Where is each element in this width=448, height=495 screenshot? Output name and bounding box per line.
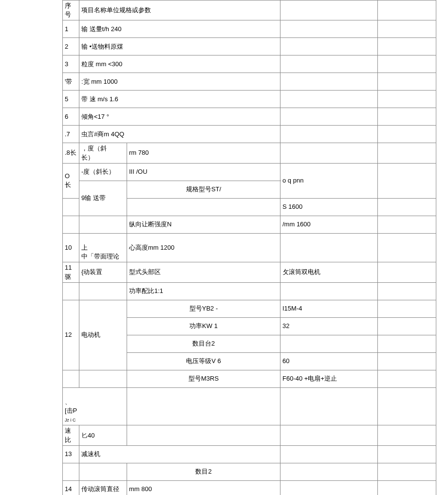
cell-a-txt: 输 送带 [85,194,106,202]
cell-c4: 攵滚筒双电机 [280,262,378,282]
cell-blank [127,198,280,216]
cell-blank [79,463,127,480]
cell-blank [280,335,378,352]
cell-n: 5 [63,91,79,108]
header-row: 序号 项目名称单位规格或参数 [63,0,436,20]
cell-n: 6 [63,108,79,126]
cell-a: 9输 送带 [79,181,127,216]
cell-n: 13 [63,445,79,463]
table-row: '带 :宽 mm 1000 [63,73,436,91]
cell-txt: 输 •送物料原煤 [79,38,280,55]
cell-b: ，度（斜 长） [79,143,127,163]
cell-c4: I15M-4 [280,300,378,317]
cell-blank [127,387,280,425]
cell-c3a: 规格型号ST/ [127,181,280,198]
table-row: 纵向让断强度N /mm 1600 [63,216,436,233]
cell-c: rm 780 [127,143,280,163]
table-row: 3 粒度 mm <300 [63,55,436,73]
cell-a: 上 中「带面理论 [79,233,127,262]
cell-blank [79,370,127,387]
cell-c3: 型号M3RS [127,370,280,387]
cell-blank [378,317,436,335]
cell-blank [378,108,436,126]
cell-blank [280,233,378,262]
cell-blank [63,216,79,233]
cell-c4: S 1600 [280,198,378,216]
cell-blank [63,198,79,216]
table-row: O 长 -度（斜长） III /OU o q pnn [63,163,436,181]
cell-blank [63,370,79,387]
cell-a: 传动滚筒直径 [79,480,127,495]
cell-blank [378,91,436,108]
cell-a-txt: 上 中 [81,244,88,260]
cell-c3: 数目台2 [127,335,280,352]
cell-blank [280,463,378,480]
cell-blank [378,126,436,143]
cell-blank [378,55,436,73]
cell-n: 、 [击P Jz i C [63,387,127,425]
table-row: 2 输 •送物料原煤 [63,38,436,55]
cell-blank [378,216,436,233]
hdr-name: 项目名称单位规格或参数 [79,0,280,20]
cell-b: {动装置 [79,262,127,282]
cell-blank [378,262,436,282]
cell-blank [378,282,436,300]
cell-blank [79,216,127,233]
cell-blank [378,425,436,445]
table-row: 1 输 送量t/h 240 [63,20,436,38]
cell-blank [378,143,436,163]
table-row: 速 比 匕40 [63,425,436,445]
cell-a: 电动机 [79,300,127,370]
cell-blank [280,143,378,163]
cell-blank [378,445,436,463]
cell-b-txt: 「带面理论 [88,253,119,260]
cell-n: O 长 [63,163,79,198]
cell-txt: 粒度 mm <300 [79,55,280,73]
cell-blank [378,480,436,495]
cell-b: 匕40 [79,425,127,445]
cell-c3: 功率KW 1 [127,317,280,335]
cell-blank [378,38,436,55]
cell-n-txt: 、 [击P [65,398,77,414]
cell-n: .8长 [63,143,79,163]
cell-txt: :宽 mm 1000 [79,73,280,91]
table-row: 11 驱 {动装置 型式头部区 攵滚筒双电机 [63,262,436,282]
cell-c4: 60 [280,352,378,370]
cell-n: '带 [63,73,79,91]
hdr-blank1 [280,0,378,20]
spec-table-container: 序号 项目名称单位规格或参数 1 输 送量t/h 240 2 输 •送物料原煤 … [62,0,436,495]
cell-blank [280,387,378,425]
cell-c3: 数目2 [127,463,280,480]
cell-c3: 型式头部区 [127,262,280,282]
cell-c: 心高度mm 1200 [127,233,280,262]
table-row: 10 上 中「带面理论 心高度mm 1200 [63,233,436,262]
cell-c4: /mm 1600 [280,216,378,233]
cell-blank [378,335,436,352]
cell-a: 长 [70,149,76,156]
cell-blank [378,370,436,387]
cell-n: 12 [63,300,79,370]
cell-blank [378,73,436,91]
cell-blank [280,38,378,55]
cell-blank [79,282,127,300]
table-row: .8长 ，度（斜 长） rm 780 [63,143,436,163]
cell-n: 1 [63,20,79,38]
cell-blank [127,425,280,445]
table-row: 5 带 速 m/s 1.6 [63,91,436,108]
cell-n-txt: .8 [65,149,70,156]
table-row: 、 [击P Jz i C [63,387,436,425]
cell-blank [378,198,436,216]
table-row: 14 传动滚筒直径 mm 800 [63,480,436,495]
cell-blank [280,55,378,73]
cell-blank [378,233,436,262]
cell-txt: 带 速 m/s 1.6 [79,91,280,108]
cell-blank [280,282,378,300]
cell-n: .7 [63,126,79,143]
table-row: 6 倾角<17 ° [63,108,436,126]
table-row: 13 减速机 [63,445,436,463]
cell-blank [280,20,378,38]
cell-txt: 虫言#商m 4QQ [79,126,280,143]
cell-blank [378,20,436,38]
cell-blank [378,463,436,480]
cell-tiny: Jz i C [65,418,76,422]
